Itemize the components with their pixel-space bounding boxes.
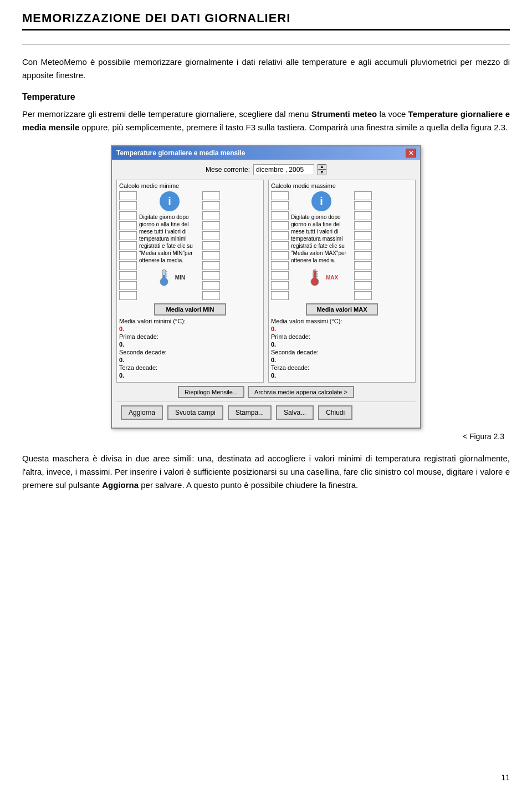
min-input-10[interactable] (119, 281, 137, 290)
max-input-r3[interactable] (354, 211, 372, 220)
col-max-title: Calcolo medie massime (271, 182, 413, 189)
min-input-r8[interactable] (202, 261, 220, 270)
temp-text1: Per memorizzare gli estremi delle temper… (22, 109, 311, 119)
min-input-r1[interactable] (202, 191, 220, 200)
stampa-button[interactable]: Stampa... (228, 405, 272, 420)
col-max: Calcolo medie massime (268, 180, 416, 383)
max-input-r8[interactable] (354, 261, 372, 270)
max-input-4[interactable] (271, 221, 289, 230)
svuota-button[interactable]: Svuota campi (167, 405, 223, 420)
spin-down[interactable]: ▼ (318, 170, 326, 175)
max-input-r4[interactable] (354, 221, 372, 230)
archivia-button[interactable]: Archivia medie appena calcolate > (248, 386, 354, 398)
intro-text: Con MeteoMemo è possibile memorizzare gi… (22, 57, 510, 80)
page-number: 11 (501, 773, 510, 782)
terza-decade-min-label: Terza decade: (119, 364, 157, 371)
min-input-r2[interactable] (202, 201, 220, 210)
spin-up[interactable]: ▲ (318, 164, 326, 170)
seconda-decade-min-value-row: 0. (119, 357, 261, 363)
riepilogo-button[interactable]: Riepilogo Mensile... (178, 386, 244, 398)
min-input-5[interactable] (119, 231, 137, 240)
max-input-r11[interactable] (354, 291, 372, 300)
min-input-r3[interactable] (202, 211, 220, 220)
window-close-button[interactable]: ✕ (406, 149, 416, 157)
max-input-r6[interactable] (354, 241, 372, 250)
max-input-r1[interactable] (354, 191, 372, 200)
mese-label: Mese corrente: (206, 166, 250, 174)
max-input-9[interactable] (271, 271, 289, 280)
temp-text3: oppure, più semplicemente, premere il ta… (79, 123, 508, 132)
temperature-heading: Temperature (22, 92, 510, 102)
max-input-1[interactable] (271, 191, 289, 200)
max-input-r7[interactable] (354, 251, 372, 260)
mese-input[interactable] (253, 164, 314, 175)
min-input-9[interactable] (119, 271, 137, 280)
max-input-r9[interactable] (354, 271, 372, 280)
min-input-r6[interactable] (202, 241, 220, 250)
max-input-r2[interactable] (354, 201, 372, 210)
max-input-2[interactable] (271, 201, 289, 210)
prima-decade-min-value: 0. (119, 341, 124, 348)
max-input-7[interactable] (271, 251, 289, 260)
min-input-6[interactable] (119, 241, 137, 250)
min-stats: Media valori minimi (°C): 0. Prima decad… (119, 318, 261, 379)
questa-paragraph: Questa maschera è divisa in due aree sim… (22, 452, 510, 492)
window-titlebar: Temperature giornaliere e media mensile … (112, 146, 420, 160)
min-input-7[interactable] (119, 251, 137, 260)
media-max-value-row: 0. (271, 326, 413, 332)
max-input-5[interactable] (271, 231, 289, 240)
max-label: MAX (326, 274, 338, 281)
info-text-max: Digitate giorno dopo giorno o alla fine … (291, 214, 352, 264)
min-input-r11[interactable] (202, 291, 220, 300)
min-input-4[interactable] (119, 221, 137, 230)
min-label: MIN (175, 274, 185, 281)
thermometer-min-icon (154, 267, 174, 287)
mese-row: Mese corrente: ▲ ▼ (116, 164, 416, 175)
min-input-1[interactable] (119, 191, 137, 200)
aggiorna-button[interactable]: Aggiorna (121, 405, 163, 420)
svg-rect-2 (163, 275, 165, 283)
min-input-2[interactable] (119, 201, 137, 210)
min-input-r10[interactable] (202, 281, 220, 290)
page-title: MEMORIZZAZIONE DEI DATI GIORNALIERI (22, 11, 510, 30)
salva-button[interactable]: Salva... (276, 405, 314, 420)
temp-bold1: Strumenti meteo (311, 109, 377, 119)
window-body: Mese corrente: ▲ ▼ Calcolo medie minime (112, 160, 420, 428)
min-input-r7[interactable] (202, 251, 220, 260)
figure-caption: < Figura 2.3 (22, 432, 504, 441)
prima-decade-max-value-row: 0. (271, 341, 413, 348)
media-max-label: Media valori massimi (°C): (271, 318, 342, 324)
prima-decade-max-value: 0. (271, 341, 276, 348)
media-min-row: Media valori minimi (°C): (119, 318, 261, 324)
min-inputs-left (119, 191, 137, 300)
min-input-r5[interactable] (202, 231, 220, 240)
prima-decade-max-label: Prima decade: (271, 333, 310, 340)
min-input-r4[interactable] (202, 221, 220, 230)
min-input-8[interactable] (119, 261, 137, 270)
max-input-r5[interactable] (354, 231, 372, 240)
svg-rect-8 (314, 271, 316, 283)
seconda-decade-max-value: 0. (271, 357, 276, 363)
media-max-button[interactable]: Media valori MAX (306, 303, 378, 316)
two-columns: Calcolo medie minime (116, 180, 416, 383)
min-input-3[interactable] (119, 211, 137, 220)
seconda-decade-min-label: Seconda decade: (119, 349, 167, 355)
min-info-box: i Digitate giorno dopo giorno o alla fin… (139, 191, 200, 300)
info-icon-min: i (160, 191, 180, 211)
chiudi-button[interactable]: Chiudi (318, 405, 352, 420)
min-input-r9[interactable] (202, 271, 220, 280)
col-min: Calcolo medie minime (116, 180, 264, 383)
prima-decade-max-row: Prima decade: (271, 333, 413, 340)
max-input-3[interactable] (271, 211, 289, 220)
max-input-10[interactable] (271, 281, 289, 290)
max-input-6[interactable] (271, 241, 289, 250)
terza-decade-min-value-row: 0. (119, 372, 261, 379)
max-inputs-left (271, 191, 289, 300)
intro-paragraph: Con MeteoMemo è possibile memorizzare gi… (22, 55, 510, 82)
media-min-button[interactable]: Media valori MIN (154, 303, 226, 316)
max-input-r10[interactable] (354, 281, 372, 290)
seconda-decade-max-row: Seconda decade: (271, 349, 413, 355)
max-input-8[interactable] (271, 261, 289, 270)
max-input-11[interactable] (271, 291, 289, 300)
min-input-11[interactable] (119, 291, 137, 300)
